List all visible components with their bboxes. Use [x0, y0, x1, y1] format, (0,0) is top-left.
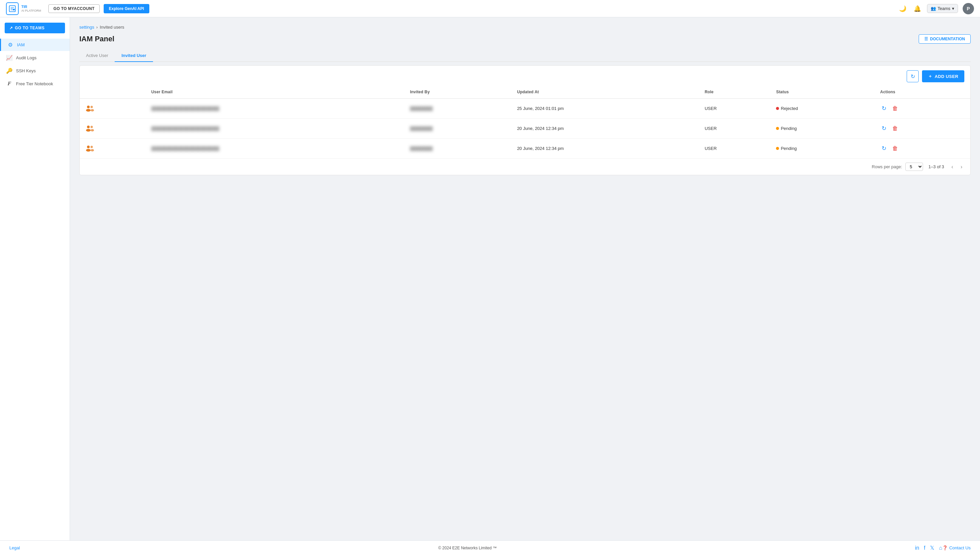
resend-invite-button[interactable]: ↻	[880, 144, 888, 152]
svg-point-7	[86, 129, 91, 132]
key-icon: 🔑	[6, 67, 13, 74]
user-group-icon	[84, 103, 95, 114]
next-page-button[interactable]: ›	[959, 163, 964, 170]
sidebar-item-label: Free Tier Notebook	[16, 81, 53, 86]
rss-icon[interactable]: ⌂	[939, 545, 942, 551]
teams-dropdown-button[interactable]: 👥 Teams ▾	[927, 4, 958, 13]
status-dot	[776, 127, 779, 130]
question-icon: ❓	[942, 545, 948, 550]
email-blurred: ████████████████████████	[151, 106, 219, 111]
rows-per-page-label: Rows per page:	[872, 164, 902, 169]
goto-teams-button[interactable]: ↗ GO TO TEAMS	[5, 22, 65, 33]
legal-link[interactable]: Legal	[9, 545, 20, 550]
notebook-icon: 𝑭	[6, 80, 13, 87]
col-email: User Email	[147, 86, 405, 99]
user-avatar-cell	[80, 99, 147, 119]
user-avatar-button[interactable]: P	[963, 3, 974, 14]
sidebar-item-free-tier[interactable]: 𝑭 Free Tier Notebook	[0, 78, 70, 90]
page-header: IAM Panel ☰ DOCUMENTATION	[79, 34, 971, 43]
breadcrumb-current: Invited users	[100, 25, 124, 30]
user-avatar-cell	[80, 119, 147, 139]
email-blurred: ████████████████████████	[151, 146, 219, 151]
breadcrumb-settings-link[interactable]: settings	[79, 25, 94, 30]
plus-icon: ＋	[928, 73, 932, 79]
invited-by-cell: ████████	[405, 119, 512, 139]
resend-invite-button[interactable]: ↻	[880, 104, 888, 112]
actions-cell: ↻ 🗑	[876, 139, 970, 159]
linkedin-icon[interactable]: in	[915, 545, 919, 551]
sidebar-item-ssh-keys[interactable]: 🔑 SSH Keys	[0, 65, 70, 77]
status-dot	[776, 107, 779, 110]
delete-user-button[interactable]: 🗑	[891, 144, 899, 152]
invited-by-cell: ████████	[405, 139, 512, 159]
docs-icon: ☰	[924, 37, 928, 41]
tab-invited-user[interactable]: Invited User	[115, 50, 153, 62]
header-icons: 🌙 🔔 👥 Teams ▾ P	[898, 3, 974, 14]
svg-point-6	[87, 125, 90, 128]
svg-point-11	[86, 149, 91, 152]
tab-active-user[interactable]: Active User	[79, 50, 115, 62]
dark-mode-toggle[interactable]: 🌙	[898, 4, 908, 14]
col-updated-at: Updated At	[512, 86, 700, 99]
status-badge: Pending	[776, 126, 797, 131]
page-title: IAM Panel	[79, 35, 114, 43]
main-layout: ↗ GO TO TEAMS ⚙ IAM 📈 Audit Logs 🔑 SSH K…	[0, 17, 980, 541]
status-cell: Pending	[771, 119, 876, 139]
role-cell: USER	[700, 139, 772, 159]
arrow-icon: ↗	[9, 26, 13, 30]
sidebar-item-label: Audit Logs	[16, 55, 36, 60]
delete-user-button[interactable]: 🗑	[891, 104, 899, 112]
resend-invite-button[interactable]: ↻	[880, 124, 888, 133]
footer-copyright: © 2024 E2E Networks Limited ™	[439, 546, 497, 550]
prev-page-button[interactable]: ‹	[949, 163, 955, 170]
svg-point-3	[86, 109, 91, 112]
col-role: Role	[700, 86, 772, 99]
refresh-button[interactable]: ↻	[907, 70, 919, 82]
contact-us-link[interactable]: ❓ Contact Us	[942, 545, 971, 550]
goto-myaccount-button[interactable]: GO TO MYACCOUNT	[48, 4, 99, 13]
logo-area: TIR AI PLATFORM	[6, 2, 41, 15]
svg-point-8	[91, 126, 93, 128]
actions-cell: ↻ 🗑	[876, 99, 970, 119]
invited-by-cell: ████████	[405, 99, 512, 119]
col-status: Status	[771, 86, 876, 99]
notifications-button[interactable]: 🔔	[913, 4, 922, 14]
refresh-icon: ↻	[911, 73, 915, 80]
status-badge: Pending	[776, 146, 797, 151]
sidebar-item-label: SSH Keys	[16, 68, 36, 73]
logo-icon	[6, 2, 19, 15]
users-table-wrap: User Email Invited By Updated At Role St…	[80, 86, 970, 158]
status-dot	[776, 147, 779, 150]
action-buttons: ↻ 🗑	[880, 104, 966, 112]
logo-text: TIR AI PLATFORM	[21, 5, 41, 12]
user-group-icon	[84, 143, 95, 154]
col-icon	[80, 86, 147, 99]
status-cell: Rejected	[771, 99, 876, 119]
sidebar: ↗ GO TO TEAMS ⚙ IAM 📈 Audit Logs 🔑 SSH K…	[0, 17, 70, 541]
svg-point-5	[91, 109, 94, 112]
user-email-cell: ████████████████████████	[147, 119, 405, 139]
svg-point-2	[87, 106, 90, 108]
invited-by-blurred: ████████	[410, 106, 433, 111]
explore-genai-button[interactable]: Explore GenAI API	[104, 4, 149, 13]
delete-user-button[interactable]: 🗑	[891, 125, 899, 133]
status-badge: Rejected	[776, 106, 798, 111]
svg-point-4	[91, 106, 93, 108]
documentation-button[interactable]: ☰ DOCUMENTATION	[919, 34, 971, 43]
col-actions: Actions	[876, 86, 970, 99]
updated-at-cell: 20 June, 2024 12:34 pm	[512, 139, 700, 159]
add-user-button[interactable]: ＋ ADD USER	[922, 70, 964, 82]
updated-at-cell: 25 June, 2024 01:01 pm	[512, 99, 700, 119]
status-cell: Pending	[771, 139, 876, 159]
facebook-icon[interactable]: f	[924, 545, 925, 551]
iam-icon: ⚙	[7, 42, 14, 48]
rows-per-page-select[interactable]: 5 10 25 50	[905, 162, 923, 171]
twitter-icon[interactable]: 𝕏	[930, 545, 934, 551]
svg-point-12	[91, 146, 93, 148]
status-text: Pending	[781, 126, 797, 131]
sidebar-item-iam[interactable]: ⚙ IAM	[0, 38, 70, 51]
pagination-row: Rows per page: 5 10 25 50 1–3 of 3 ‹ ›	[80, 158, 970, 175]
status-text: Rejected	[781, 106, 798, 111]
sidebar-item-audit-logs[interactable]: 📈 Audit Logs	[0, 51, 70, 64]
user-group-icon	[84, 123, 95, 133]
